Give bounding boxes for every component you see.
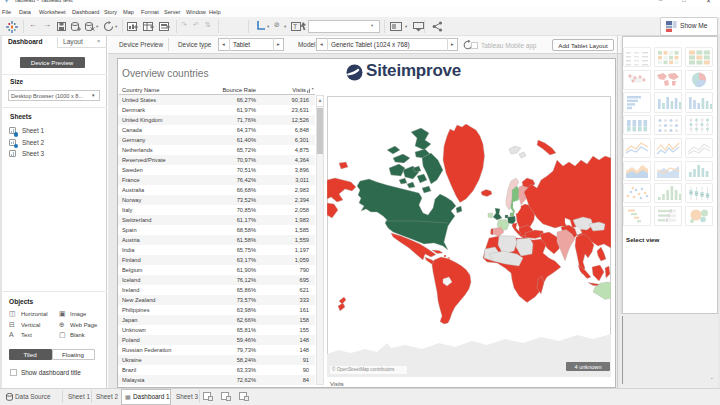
svg-text:T: T bbox=[293, 23, 298, 30]
